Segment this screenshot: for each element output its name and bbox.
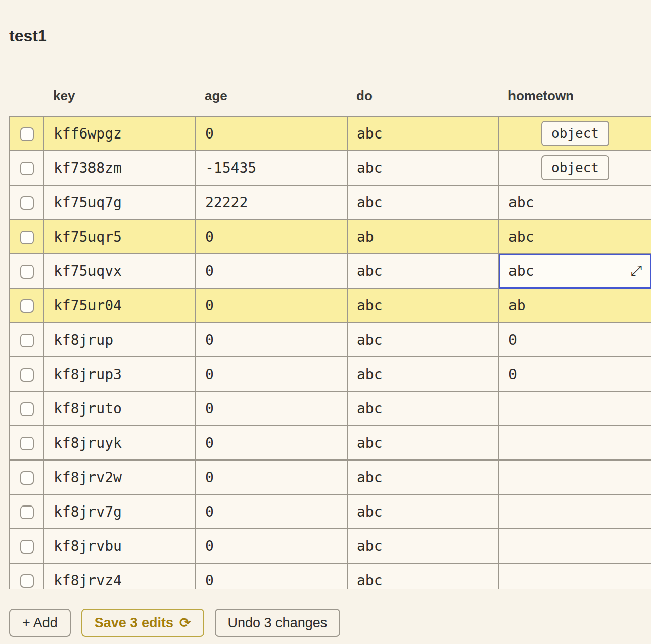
cell-key[interactable]: kf8jrvbu	[44, 529, 196, 563]
cell-do[interactable]: ab	[347, 219, 499, 254]
cell-age[interactable]: -15435	[196, 151, 347, 185]
table-row: kf8jrvz40abc	[10, 563, 651, 589]
row-checkbox[interactable]	[20, 196, 34, 210]
table-row: kff6wpgz0abcobject	[10, 116, 651, 151]
save-label: Save 3 edits	[95, 615, 173, 631]
cell-do[interactable]: abc	[347, 529, 499, 563]
row-checkbox[interactable]	[20, 471, 34, 485]
row-select-cell	[10, 288, 44, 323]
table-row: kf8jrv7g0abc	[10, 494, 651, 529]
cell-do[interactable]: abc	[347, 185, 499, 219]
row-select-cell	[10, 529, 44, 563]
cell-age[interactable]: 0	[196, 529, 347, 563]
cell-do[interactable]: abc	[347, 563, 499, 589]
row-checkbox[interactable]	[20, 368, 34, 382]
cell-age[interactable]: 22222	[196, 185, 347, 219]
cell-age[interactable]: 0	[196, 494, 347, 529]
cell-hometown[interactable]: abc	[499, 185, 651, 219]
row-checkbox[interactable]	[20, 574, 34, 588]
cell-age[interactable]: 0	[196, 426, 347, 460]
row-checkbox[interactable]	[20, 540, 34, 554]
row-checkbox[interactable]	[20, 334, 34, 347]
row-checkbox[interactable]	[20, 437, 34, 450]
cell-key[interactable]: kf75uq7g	[44, 185, 196, 219]
cell-value: 0	[508, 366, 517, 383]
row-checkbox[interactable]	[20, 231, 34, 244]
row-select-cell	[10, 185, 44, 219]
table-row: kf8jrup0abc0	[10, 323, 651, 357]
cell-age[interactable]: 0	[196, 116, 347, 151]
cell-do[interactable]: abc	[347, 426, 499, 460]
save-button[interactable]: Save 3 edits ⟳	[81, 609, 204, 637]
row-checkbox[interactable]	[20, 505, 34, 519]
cell-age[interactable]: 0	[196, 460, 347, 494]
cell-do[interactable]: abc	[347, 116, 499, 151]
cell-key[interactable]: kf8jrvz4	[44, 563, 196, 589]
cell-hometown[interactable]	[499, 563, 651, 589]
row-checkbox[interactable]	[20, 265, 34, 279]
row-checkbox[interactable]	[20, 162, 34, 175]
cell-key[interactable]: kf8jruyk	[44, 426, 196, 460]
cell-hometown[interactable]: object	[499, 151, 651, 185]
cell-hometown[interactable]: abc	[499, 219, 651, 254]
row-select-cell	[10, 494, 44, 529]
cell-hometown[interactable]: object	[499, 116, 651, 151]
cell-hometown[interactable]: 0	[499, 323, 651, 357]
cell-hometown[interactable]	[499, 426, 651, 460]
cell-age[interactable]: 0	[196, 219, 347, 254]
cell-hometown[interactable]	[499, 494, 651, 529]
cell-key[interactable]: kf8jrup3	[44, 357, 196, 391]
add-button[interactable]: + Add	[9, 609, 71, 637]
row-select-cell	[10, 323, 44, 357]
cell-key[interactable]: kf75uqr5	[44, 219, 196, 254]
cell-age[interactable]: 0	[196, 288, 347, 323]
cell-do[interactable]: abc	[347, 288, 499, 323]
cell-do[interactable]: abc	[347, 151, 499, 185]
row-checkbox[interactable]	[20, 402, 34, 416]
page-title: test1	[9, 26, 651, 45]
object-button[interactable]: object	[541, 121, 609, 146]
expand-icon[interactable]: ⤢	[631, 262, 642, 280]
row-checkbox[interactable]	[20, 299, 34, 313]
table-container: key age do hometown kff6wpgz0abcobjectkf…	[9, 70, 651, 589]
cell-do[interactable]: abc	[347, 494, 499, 529]
cell-key[interactable]: kf8jrup	[44, 323, 196, 357]
footer-toolbar: + Add Save 3 edits ⟳ Undo 3 changes	[9, 609, 651, 637]
cell-key[interactable]: kf7388zm	[44, 151, 196, 185]
cell-key[interactable]: kf75uqvx	[44, 254, 196, 288]
cell-do[interactable]: abc	[347, 357, 499, 391]
cell-hometown[interactable]	[499, 460, 651, 494]
cell-key[interactable]: kf8jrv7g	[44, 494, 196, 529]
cell-do[interactable]: abc	[347, 460, 499, 494]
row-select-cell	[10, 460, 44, 494]
app: test1 key age do hometown kff6wpgz0abcob…	[0, 26, 651, 637]
cell-do[interactable]: abc	[347, 254, 499, 288]
table-row: kf7388zm-15435abcobject	[10, 151, 651, 185]
object-button[interactable]: object	[541, 155, 609, 180]
cell-hometown[interactable]	[499, 529, 651, 563]
cell-age[interactable]: 0	[196, 323, 347, 357]
cell-do[interactable]: abc	[347, 323, 499, 357]
header-key: key	[44, 70, 196, 116]
cell-value: abc	[508, 228, 534, 245]
cell-key[interactable]: kf8jruto	[44, 391, 196, 426]
table-row: kf75uqr50ababc	[10, 219, 651, 254]
cell-hometown[interactable]: ab	[499, 288, 651, 323]
cell-hometown[interactable]	[499, 391, 651, 426]
table-row: kf8jrv2w0abc	[10, 460, 651, 494]
cell-age[interactable]: 0	[196, 254, 347, 288]
cell-hometown[interactable]: abc⤢	[499, 254, 651, 288]
cell-hometown[interactable]: 0	[499, 357, 651, 391]
undo-button[interactable]: Undo 3 changes	[215, 609, 341, 637]
cell-age[interactable]: 0	[196, 563, 347, 589]
row-checkbox[interactable]	[20, 127, 34, 141]
cell-key[interactable]: kf8jrv2w	[44, 460, 196, 494]
cell-key[interactable]: kf75ur04	[44, 288, 196, 323]
cell-age[interactable]: 0	[196, 357, 347, 391]
cell-key[interactable]: kff6wpgz	[44, 116, 196, 151]
cell-do[interactable]: abc	[347, 391, 499, 426]
cell-age[interactable]: 0	[196, 391, 347, 426]
header-age: age	[196, 70, 347, 116]
row-select-cell	[10, 357, 44, 391]
header-hometown: hometown	[499, 70, 651, 116]
